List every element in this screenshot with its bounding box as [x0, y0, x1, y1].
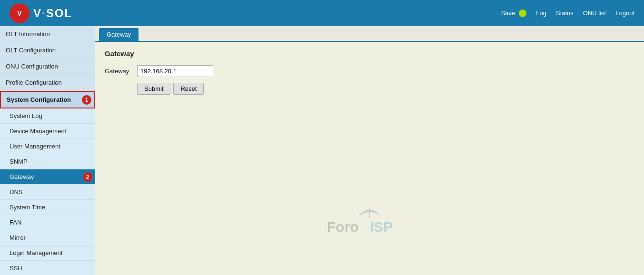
- sidebar-item-profile-configuration[interactable]: Profile Configuration: [0, 75, 95, 91]
- log-link[interactable]: Log: [536, 10, 546, 17]
- status-link[interactable]: Status: [556, 10, 574, 17]
- sidebar-subitem-fan[interactable]: FAN: [0, 215, 95, 230]
- svg-text:Foro: Foro: [327, 219, 359, 234]
- system-config-badge: 1: [82, 95, 91, 105]
- onu-list-link[interactable]: ONU list: [583, 10, 606, 17]
- save-label[interactable]: Save: [501, 10, 515, 17]
- svg-text:V: V: [17, 10, 22, 17]
- logo-icon: V: [10, 3, 30, 23]
- svg-text:ISP: ISP: [370, 219, 393, 234]
- sidebar: OLT Information OLT Configuration ONU Co…: [0, 26, 95, 275]
- sidebar-item-olt-configuration[interactable]: OLT Configuration: [0, 42, 95, 59]
- save-area: Save: [501, 10, 527, 17]
- tab-gateway[interactable]: Gateway: [99, 28, 139, 41]
- watermark-text: Foro ISP: [322, 206, 417, 236]
- watermark: Foro ISP: [95, 166, 644, 275]
- gateway-badge: 2: [83, 172, 92, 182]
- header-nav: Log Status ONU list Logout: [536, 10, 634, 17]
- header: V V·SOL Save Log Status ONU list Logout: [0, 0, 644, 26]
- sidebar-subitem-gateway[interactable]: Gateway 2: [0, 169, 95, 185]
- sidebar-item-onu-configuration[interactable]: ONU Configuration: [0, 59, 95, 75]
- logout-link[interactable]: Logout: [615, 10, 634, 17]
- sidebar-subitem-dns[interactable]: DNS: [0, 185, 95, 200]
- foroisp-logo: Foro ISP: [322, 206, 417, 234]
- sidebar-subitem-snmp[interactable]: SNMP: [0, 154, 95, 169]
- gateway-label: Gateway: [105, 68, 133, 75]
- sidebar-subitem-device-management[interactable]: Device Management: [0, 124, 95, 139]
- logo-area: V V·SOL: [10, 3, 72, 23]
- gateway-input[interactable]: [137, 65, 213, 77]
- main-content: Gateway Gateway Gateway Submit Reset: [95, 26, 644, 275]
- main-layout: OLT Information OLT Configuration ONU Co…: [0, 26, 644, 275]
- reset-button[interactable]: Reset: [173, 83, 204, 95]
- sidebar-subitem-mirror[interactable]: Mirror: [0, 230, 95, 246]
- sidebar-subitem-system-time[interactable]: System Time: [0, 200, 95, 215]
- sidebar-subitem-ssh[interactable]: SSH: [0, 261, 95, 275]
- status-indicator: [519, 10, 526, 17]
- sidebar-item-system-configuration[interactable]: System Configuration 1: [0, 91, 95, 108]
- sidebar-subitem-system-log[interactable]: System Log: [0, 108, 95, 124]
- sidebar-subitem-login-management[interactable]: Login Management: [0, 246, 95, 261]
- logo-brand: V·SOL: [33, 7, 72, 20]
- header-right: Save Log Status ONU list Logout: [501, 10, 634, 17]
- sidebar-item-olt-information[interactable]: OLT Information: [0, 26, 95, 42]
- tab-bar: Gateway: [95, 26, 644, 42]
- gateway-form-row: Gateway: [105, 65, 634, 77]
- content-area: Gateway Gateway Submit Reset: [95, 42, 644, 166]
- submit-button[interactable]: Submit: [137, 83, 170, 95]
- page-title: Gateway: [105, 49, 634, 58]
- button-row: Submit Reset: [137, 83, 634, 95]
- sidebar-subitem-user-management[interactable]: User Management: [0, 139, 95, 154]
